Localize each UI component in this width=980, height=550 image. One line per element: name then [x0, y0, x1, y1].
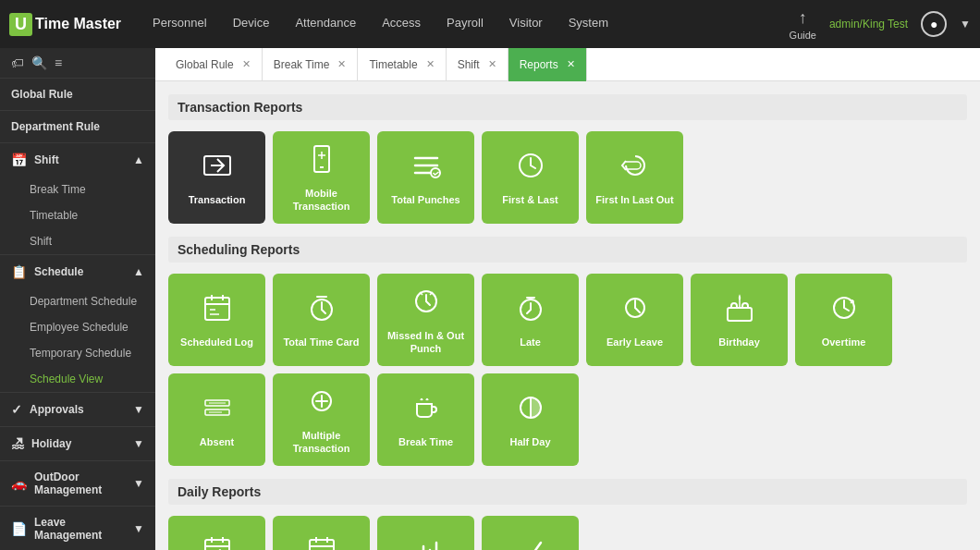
- svg-rect-16: [205, 540, 229, 550]
- daily-attendance-icon: [201, 533, 234, 550]
- daily-status-icon: [514, 533, 547, 550]
- break-time-icon: [410, 391, 443, 429]
- card-multiple-transaction[interactable]: Multiple Transaction: [273, 373, 370, 466]
- svg-point-2: [431, 168, 440, 177]
- sidebar-item-employee-schedule[interactable]: Employee Schedule: [0, 314, 155, 340]
- list-icon[interactable]: ≡: [55, 55, 62, 70]
- tab-timetable-label: Timetable: [369, 58, 417, 71]
- tab-break-time-close[interactable]: ✕: [337, 58, 346, 70]
- daily-reports-title: Daily Reports: [168, 479, 967, 505]
- late-label: Late: [520, 336, 541, 348]
- card-early-leave[interactable]: Early Leave: [586, 274, 683, 366]
- holiday-icon: 🏖: [11, 436, 24, 451]
- sidebar-label-approvals: Approvals: [30, 403, 84, 416]
- card-break-time[interactable]: Break Time: [377, 373, 474, 466]
- tab-timetable-close[interactable]: ✕: [426, 58, 435, 70]
- card-mobile-transaction[interactable]: Mobile Transaction: [273, 131, 370, 224]
- card-transaction[interactable]: Transaction: [168, 131, 265, 224]
- card-daily-status[interactable]: Daily Status: [482, 516, 579, 550]
- sidebar-header-shift[interactable]: 📅 Shift ▲: [0, 143, 155, 177]
- half-day-icon: [514, 391, 547, 429]
- card-absent[interactable]: Absent: [168, 373, 265, 466]
- sidebar-item-break-time[interactable]: Break Time: [0, 177, 155, 202]
- first-last-icon: [514, 149, 547, 187]
- card-missed-in-out-punch[interactable]: Missed In & Out Punch: [377, 274, 474, 366]
- sidebar-header-department-rule[interactable]: Department Rule: [0, 111, 155, 142]
- nav-visitor[interactable]: Visitor: [496, 0, 556, 48]
- nav-access[interactable]: Access: [369, 0, 434, 48]
- first-in-last-out-label: First In Last Out: [595, 194, 673, 206]
- outdoor-icon: 🚗: [11, 476, 27, 491]
- card-scheduled-log[interactable]: Scheduled Log: [168, 274, 265, 366]
- sidebar-header-holiday[interactable]: 🏖 Holiday ▼: [0, 427, 155, 460]
- tab-shift-close[interactable]: ✕: [488, 58, 496, 70]
- card-overtime[interactable]: Overtime: [795, 274, 892, 366]
- tab-break-time[interactable]: Break Time ✕: [263, 48, 359, 81]
- tab-global-rule[interactable]: Global Rule ✕: [165, 48, 263, 81]
- sidebar-header-schedule[interactable]: 📋 Schedule ▲: [0, 255, 155, 288]
- logo-u: U: [9, 13, 32, 36]
- outdoor-chevron: ▼: [133, 477, 144, 490]
- early-leave-label: Early Leave: [606, 336, 663, 348]
- card-half-day[interactable]: Half Day: [482, 373, 579, 466]
- svg-rect-17: [310, 540, 334, 550]
- nav-system[interactable]: System: [556, 0, 621, 48]
- sidebar-label-schedule: Schedule: [34, 265, 83, 278]
- tab-shift[interactable]: Shift ✕: [447, 48, 508, 81]
- sidebar-item-shift[interactable]: Shift: [0, 228, 155, 254]
- user-info[interactable]: admin/King Test: [829, 18, 908, 31]
- break-time-label: Break Time: [398, 436, 453, 448]
- logo-text: Time Master: [35, 16, 121, 32]
- holiday-chevron: ▼: [133, 437, 144, 450]
- nav-attendance[interactable]: Attendance: [282, 0, 369, 48]
- sidebar-header-global-rule[interactable]: Global Rule: [0, 79, 155, 110]
- sidebar-section-outdoor: 🚗 OutDoor Management ▼: [0, 461, 155, 507]
- missed-in-out-punch-label: Missed In & Out Punch: [385, 330, 467, 354]
- user-avatar[interactable]: ●: [921, 11, 947, 37]
- sidebar-item-department-schedule[interactable]: Department Schedule: [0, 288, 155, 314]
- leave-icon: 📄: [11, 521, 27, 536]
- schedule-icon: 📋: [11, 264, 27, 279]
- sidebar-section-global-rule: Global Rule: [0, 79, 155, 111]
- card-daily-details[interactable]: Daily Details: [273, 516, 370, 550]
- tag-icon[interactable]: 🏷: [11, 55, 24, 70]
- absent-icon: [201, 391, 234, 429]
- sidebar-header-approvals[interactable]: ✓ Approvals ▼: [0, 393, 155, 426]
- card-first-in-last-out[interactable]: First In Last Out: [586, 131, 683, 224]
- dropdown-arrow[interactable]: ▼: [960, 18, 971, 31]
- sidebar-header-leave[interactable]: 📄 Leave Management ▼: [0, 507, 155, 550]
- card-daily-summary[interactable]: Daily Summary: [377, 516, 474, 550]
- sidebar-header-outdoor[interactable]: 🚗 OutDoor Management ▼: [0, 461, 155, 506]
- transaction-reports-grid: Transaction Mobile Transaction: [168, 131, 967, 224]
- nav-personnel[interactable]: Personnel: [140, 0, 220, 48]
- card-first-last[interactable]: First & Last: [482, 131, 579, 224]
- sidebar-item-timetable[interactable]: Timetable: [0, 202, 155, 228]
- absent-label: Absent: [200, 436, 234, 448]
- guide-label: Guide: [790, 30, 816, 41]
- card-late[interactable]: Late: [482, 274, 579, 366]
- sidebar-item-temporary-schedule[interactable]: Temporary Schedule: [0, 340, 155, 366]
- card-daily-attendance[interactable]: Daily Attendance: [168, 516, 265, 550]
- search-icon[interactable]: 🔍: [31, 55, 47, 70]
- sidebar-label-outdoor: OutDoor Management: [34, 471, 133, 496]
- multiple-transaction-label: Multiple Transaction: [280, 430, 362, 454]
- tab-reports-close[interactable]: ✕: [567, 58, 575, 70]
- first-last-label: First & Last: [502, 194, 558, 206]
- card-birthday[interactable]: Birthday: [691, 274, 788, 366]
- nav-items: Personnel Device Attendance Access Payro…: [140, 0, 790, 48]
- nav-device[interactable]: Device: [220, 0, 283, 48]
- sidebar-item-schedule-view[interactable]: Schedule View: [0, 366, 155, 392]
- total-punches-label: Total Punches: [391, 194, 459, 206]
- birthday-icon: [723, 291, 756, 329]
- tab-global-rule-close[interactable]: ✕: [242, 58, 251, 70]
- card-total-time-card[interactable]: Total Time Card: [273, 274, 370, 366]
- tab-shift-label: Shift: [458, 58, 480, 71]
- sidebar-label-global-rule: Global Rule: [11, 88, 73, 101]
- guide-button[interactable]: ↑ Guide: [790, 8, 816, 41]
- logo[interactable]: U Time Master: [9, 13, 121, 36]
- nav-payroll[interactable]: Payroll: [434, 0, 496, 48]
- tab-timetable[interactable]: Timetable ✕: [358, 48, 446, 81]
- card-total-punches[interactable]: Total Punches: [377, 131, 474, 224]
- tab-reports[interactable]: Reports ✕: [508, 48, 587, 81]
- sidebar-section-shift: 📅 Shift ▲ Break Time Timetable Shift: [0, 143, 155, 255]
